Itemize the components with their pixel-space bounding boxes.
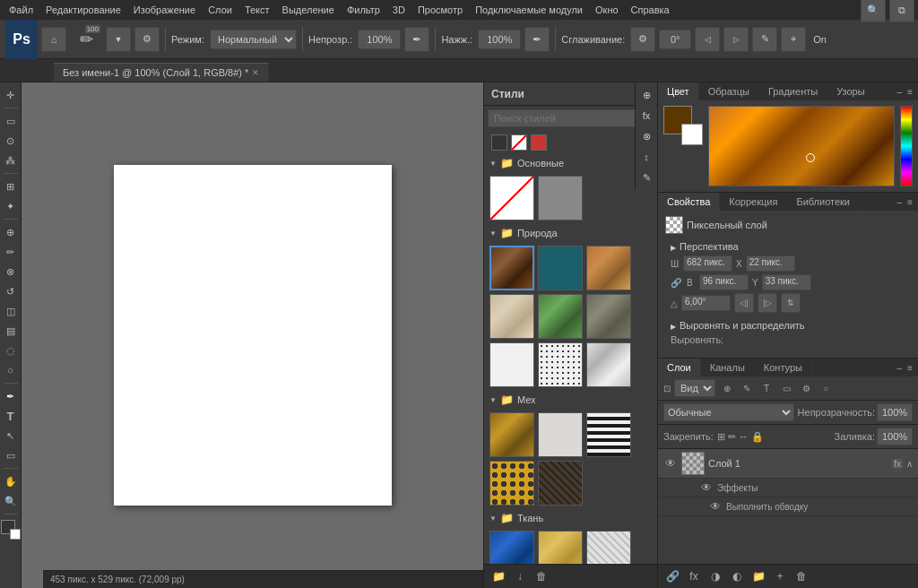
background-color[interactable] [10,529,21,540]
layers-delete-btn[interactable]: 🗑 [792,567,810,585]
props-tab-correction[interactable]: Коррекция [720,193,787,211]
styles-delete-btn[interactable]: 🗑 [533,567,550,585]
styles-import-btn[interactable]: ↓ [511,567,529,585]
menu-file[interactable]: Файл [4,3,39,17]
angle-input[interactable] [659,30,691,49]
lasso-tool[interactable]: ⊙ [2,132,20,150]
style-swatch-copper[interactable] [586,246,631,290]
angle-btn-1[interactable]: ◁ [695,27,720,52]
props-panel-menu[interactable]: ≡ [905,195,914,209]
section-fur[interactable]: 📁 Мех [484,391,657,409]
styles-new-folder-btn[interactable]: 📁 [489,567,507,585]
crop-tool[interactable]: ⊞ [2,177,20,195]
background-color-swatch[interactable] [681,124,703,145]
brush-settings-btn[interactable]: ⚙ [134,27,160,52]
style-swatch-white[interactable] [489,342,534,387]
type-tool[interactable]: T [2,407,20,425]
style-swatch-dots[interactable] [538,342,583,387]
hand-tool[interactable]: ✋ [2,472,20,490]
menu-3d[interactable]: 3D [387,3,411,17]
h-value[interactable]: 96 пикс. [699,274,749,290]
color-tab-gradients[interactable]: Градиенты [759,82,827,100]
layer-filter-toggle[interactable]: ○ [818,380,834,396]
layer-visibility-btn[interactable]: 👁 [663,456,678,471]
style-swatch-bark[interactable] [489,246,534,290]
strip-btn-1[interactable]: ⊕ [637,86,655,104]
strip-btn-4[interactable]: ✎ [637,169,655,186]
style-swatch-teal[interactable] [538,246,583,290]
spot-heal-tool[interactable]: ⊕ [2,223,20,241]
x-value[interactable]: 22 пикс. [746,255,795,272]
layers-group-btn[interactable]: 📁 [749,567,767,585]
color-circle-indicator[interactable] [806,153,815,162]
brush-options-btn[interactable]: ▼ [106,27,131,52]
color-hue-slider[interactable] [900,106,913,186]
magic-wand-tool[interactable]: ⁂ [2,151,20,169]
style-swatch-stripes[interactable] [586,412,631,457]
shape-tool[interactable]: ▭ [2,446,20,464]
props-tab-libraries[interactable]: Библиотеки [787,193,860,211]
color-tab-swatches[interactable]: Образцы [699,82,759,100]
layer-item-1[interactable]: 👁 Слой 1 fx ∧ [658,449,918,479]
props-panel-collapse[interactable]: – [896,195,905,209]
style-swatch-fabric1[interactable] [489,531,534,564]
style-swatch-fur2[interactable] [538,412,583,457]
history-brush-tool[interactable]: ↺ [2,282,20,300]
style-swatch-fabric3[interactable] [586,531,631,564]
layers-tab-layers[interactable]: Слои [658,359,701,376]
section-basic[interactable]: 📁 Основные [484,154,657,172]
menu-view[interactable]: Просмотр [412,3,468,17]
style-swatch-grass[interactable] [538,294,583,339]
layer-filter-btn-3[interactable]: T [758,380,775,396]
section-nature[interactable]: 📁 Природа [484,224,657,242]
style-swatch-none[interactable] [489,176,534,220]
none-swatch[interactable] [511,134,527,151]
fg-bg-colors[interactable] [1,520,21,540]
layers-opacity-input[interactable] [877,403,913,421]
color-panel-menu[interactable]: ≡ [905,85,914,99]
layer-fx-badge[interactable]: fx [892,459,903,469]
strip-btn-3[interactable]: ↕ [637,148,655,166]
layer-filter-btn-5[interactable]: ⚙ [798,380,814,396]
color-spectrum[interactable] [708,106,895,186]
styles-search-input[interactable] [488,109,654,127]
selection-tool[interactable]: ▭ [2,112,20,130]
layers-filter-select[interactable]: Вид [674,379,715,397]
style-swatch-fabric2[interactable] [538,531,583,564]
angle-flip-btn[interactable]: ⇅ [781,293,801,313]
layers-fill-input[interactable] [877,428,913,445]
gradient-tool[interactable]: ▤ [2,322,20,340]
effects-vis-btn[interactable]: 👁 [699,480,714,495]
perspective-arrow[interactable] [671,241,676,252]
menu-text[interactable]: Текст [239,3,275,17]
style-swatch-leopard[interactable] [489,461,534,506]
lock-artboard-btn[interactable]: ↔ [739,431,749,443]
style-swatch-fur1[interactable] [489,412,534,457]
fg-swatch[interactable] [491,134,507,151]
pressure-pen-btn[interactable]: ✒ [524,27,550,52]
home-btn[interactable]: ⌂ [41,27,66,52]
mode-select[interactable]: Нормальный [210,30,297,49]
clone-stamp-tool[interactable]: ⊗ [2,263,20,281]
blur-tool[interactable]: ◌ [2,342,20,359]
menu-plugins[interactable]: Подключаемые модули [470,3,588,17]
layers-styles-btn[interactable]: fx [685,567,703,585]
path-select-tool[interactable]: ↖ [2,427,20,445]
layer-filter-btn-4[interactable]: ▭ [778,380,794,396]
edit-btn[interactable]: ✎ [752,27,777,52]
angle-btn-2[interactable]: ▷ [723,27,749,52]
color-swatch[interactable] [531,134,547,151]
dodge-tool[interactable]: ○ [2,361,20,379]
stroke-effect-row[interactable]: 👁 Выполнить обводку [658,497,918,516]
effects-row[interactable]: 👁 Эффекты [658,479,918,497]
layers-new-btn[interactable]: + [771,567,789,585]
layers-panel-collapse[interactable]: – [896,361,905,375]
layer-filter-btn-1[interactable]: ⊕ [719,380,735,396]
layer-expand-arrow[interactable]: ∧ [906,459,913,469]
pen-tool[interactable]: ✒ [2,387,20,405]
color-tab-color[interactable]: Цвет [658,82,699,100]
menu-edit[interactable]: Редактирование [40,3,126,17]
menu-layers[interactable]: Слои [203,3,238,17]
document-tab[interactable]: Без имени-1 @ 100% (Слой 1, RGB/8#) * ✕ [54,63,269,82]
layers-tab-paths[interactable]: Контуры [755,359,812,376]
